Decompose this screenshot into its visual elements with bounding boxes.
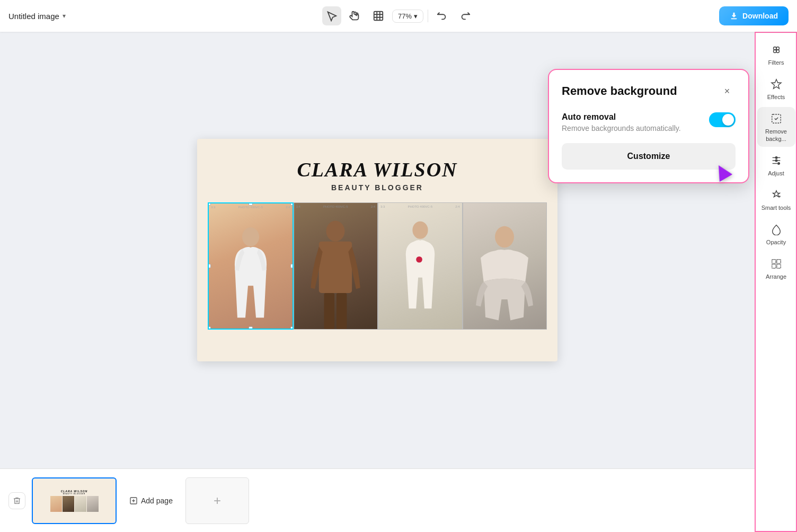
photo-figure-3 [391, 216, 449, 329]
select-tool-button[interactable] [322, 6, 341, 25]
handle-bottom-middle[interactable] [249, 326, 253, 330]
dialog-close-button[interactable]: × [719, 83, 736, 100]
effects-icon [769, 77, 784, 92]
smart-tools-label: Smart tools [761, 205, 791, 211]
thumb-photo-2 [63, 496, 74, 512]
page-thumbnail-1[interactable]: CLARA WILSON BEAUTY BLOGGER [32, 477, 117, 524]
svg-point-7 [416, 256, 422, 263]
add-page-button[interactable]: Add page [123, 493, 179, 508]
handle-top-left[interactable] [208, 202, 211, 206]
adjust-icon [769, 153, 784, 168]
photos-row: 3:3 PHOTO 400VC-5 2:4 [197, 202, 557, 330]
svg-point-10 [776, 50, 780, 53]
topbar-center: 77% ▾ [322, 6, 475, 25]
canvas-main-title: CLARA WILSON [197, 158, 557, 181]
arrange-icon [769, 256, 784, 271]
topbar-left: Untitled image ▾ [8, 12, 66, 21]
right-sidebar: Filters Effects Remove backg... [755, 32, 797, 532]
frame-tool-button[interactable] [369, 6, 388, 25]
zoom-control[interactable]: 77% ▾ [392, 10, 423, 23]
zoom-dropdown-icon: ▾ [414, 12, 418, 20]
sidebar-item-opacity[interactable]: Opacity [757, 218, 795, 250]
toolbar-separator [428, 10, 428, 22]
hand-tool-button[interactable] [346, 6, 365, 25]
close-icon: × [724, 86, 730, 97]
auto-removal-desc: Remove backgrounds automatically. [562, 124, 681, 132]
svg-rect-3 [319, 241, 352, 292]
photo-item-2[interactable]: 3:4 PHOTO 400VC-5 2:4 [294, 202, 378, 330]
sidebar-item-adjust[interactable]: Adjust [757, 149, 795, 181]
add-page-plus[interactable]: + [185, 477, 249, 524]
thumb-photo-1 [50, 496, 62, 512]
thumb-photo-3 [75, 496, 86, 512]
svg-point-2 [326, 221, 345, 242]
photo-item-3[interactable]: 3:3 PHOTO 400VC-5 2:4 [378, 202, 463, 330]
canvas-title-area: CLARA WILSON BEAUTY BLOGGER [197, 139, 557, 192]
arrange-label: Arrange [766, 273, 786, 280]
sidebar-item-remove-bg[interactable]: Remove backg... [757, 107, 795, 146]
delete-page-button[interactable] [8, 492, 25, 509]
document-title: Untitled image [8, 12, 59, 21]
auto-removal-label: Auto removal [562, 112, 681, 122]
svg-point-9 [773, 47, 776, 50]
sidebar-item-arrange[interactable]: Arrange [757, 252, 795, 285]
topbar: Untitled image ▾ 77% ▾ Download [0, 0, 797, 32]
toggle-track [709, 112, 736, 127]
svg-rect-0 [374, 12, 383, 21]
auto-removal-toggle[interactable] [709, 112, 736, 127]
adjust-label: Adjust [768, 170, 784, 177]
photo-item-1[interactable]: 3:3 PHOTO 400VC-5 2:4 [208, 202, 294, 330]
filmstrip: CLARA WILSON BEAUTY BLOGGER Add page + [0, 468, 755, 532]
design-canvas: CLARA WILSON BEAUTY BLOGGER 3:3 PHOTO 40… [197, 139, 557, 361]
svg-point-12 [773, 50, 776, 53]
remove-bg-icon [769, 111, 784, 126]
svg-point-11 [776, 47, 780, 50]
download-label: Download [742, 12, 778, 20]
download-button[interactable]: Download [719, 6, 789, 25]
filters-icon [769, 42, 784, 57]
photo-figure-2 [304, 216, 367, 329]
svg-rect-4 [324, 293, 334, 329]
redo-button[interactable] [456, 6, 475, 25]
thumb-photos [50, 496, 99, 512]
sidebar-item-smart-tools[interactable]: Smart tools [757, 183, 795, 216]
handle-middle-left[interactable] [208, 264, 211, 268]
auto-removal-row: Auto removal Remove backgrounds automati… [562, 112, 736, 132]
customize-button[interactable]: Customize [562, 143, 736, 170]
photo-figure-1 [222, 222, 280, 329]
svg-point-20 [775, 156, 777, 158]
dialog-title: Remove background [562, 84, 677, 98]
thumb-subtitle: BEAUTY BLOGGER [63, 493, 85, 495]
filters-label: Filters [768, 59, 784, 66]
photo-label-3: 3:3 PHOTO 400VC-5 2:4 [378, 205, 462, 208]
add-page-label: Add page [141, 496, 173, 505]
handle-middle-right[interactable] [290, 264, 294, 268]
svg-rect-23 [776, 260, 780, 263]
svg-point-21 [777, 162, 780, 164]
sidebar-item-effects[interactable]: Effects [757, 73, 795, 105]
photo-item-4[interactable] [463, 202, 547, 330]
effects-label: Effects [767, 94, 785, 101]
opacity-icon [769, 222, 784, 237]
zoom-level: 77% [398, 12, 412, 20]
dialog-header: Remove background × [562, 83, 736, 100]
svg-point-1 [242, 227, 259, 246]
opacity-label: Opacity [766, 239, 786, 246]
photo-label-2: 3:4 PHOTO 400VC-5 2:4 [294, 205, 378, 208]
photo-label-1: 3:3 PHOTO 400VC-5 2:4 [209, 206, 293, 209]
smart-tools-icon [769, 188, 784, 202]
svg-rect-22 [772, 260, 775, 263]
sidebar-item-filters[interactable]: Filters [757, 38, 795, 70]
toggle-thumb [722, 114, 734, 126]
plus-icon: + [214, 493, 221, 508]
undo-button[interactable] [432, 6, 451, 25]
handle-top-right[interactable] [290, 202, 294, 206]
photo-figure-4 [467, 222, 542, 329]
handle-top-middle[interactable] [249, 202, 253, 206]
title-dropdown-icon[interactable]: ▾ [63, 12, 66, 20]
thumb-photo-4 [87, 496, 99, 512]
handle-bottom-right[interactable] [290, 326, 294, 330]
handle-bottom-left[interactable] [208, 326, 211, 330]
svg-marker-13 [771, 79, 781, 88]
svg-point-8 [495, 226, 514, 247]
